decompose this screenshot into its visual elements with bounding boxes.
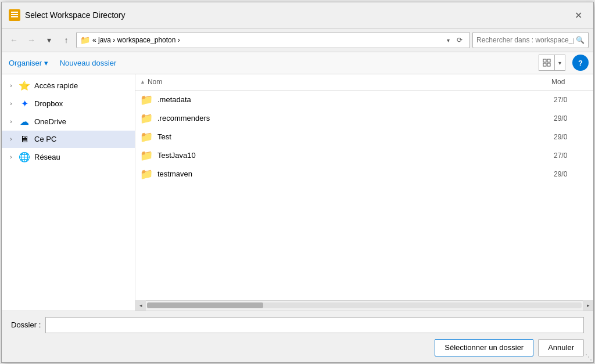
sort-arrow-up: ▲	[140, 79, 145, 85]
sidebar-item-ce-pc[interactable]: › 🖥 Ce PC	[2, 131, 135, 148]
svg-rect-5	[547, 59, 550, 62]
mod-col-label: Mod	[551, 78, 565, 86]
search-icon[interactable]: 🔍	[576, 36, 585, 44]
file-name: TestJava10	[157, 151, 549, 160]
search-bar[interactable]: 🔍	[472, 32, 589, 48]
main-content: › ⭐ Accès rapide › ✦ Dropbox › ☁ OneDriv…	[2, 74, 593, 311]
chevron-icon: ›	[8, 100, 15, 107]
folder-icon: 📁	[140, 168, 153, 181]
modified-column-header[interactable]: Mod	[547, 75, 593, 88]
chevron-icon: ›	[8, 82, 15, 89]
dialog-title: Select Workspace Directory	[25, 10, 125, 20]
view-button[interactable]	[539, 55, 555, 71]
file-item-recommenders[interactable]: 📁 .recommenders 29/0	[135, 109, 593, 128]
svg-rect-6	[543, 63, 546, 66]
folder-input-row: Dossier :	[11, 317, 584, 333]
scroll-thumb[interactable]	[147, 302, 263, 308]
dropdown-recent-icon: ▾	[47, 35, 51, 45]
scroll-track	[147, 302, 582, 308]
file-date: 29/0	[554, 114, 589, 122]
sidebar-item-label: Réseau	[34, 153, 60, 161]
file-date: 27/0	[554, 96, 589, 104]
back-button[interactable]: ←	[6, 33, 21, 48]
svg-rect-3	[11, 12, 18, 13]
path-refresh-button[interactable]: ⟳	[453, 34, 466, 46]
sidebar-item-reseau[interactable]: › 🌐 Réseau	[2, 148, 135, 166]
sidebar-item-acces-rapide[interactable]: › ⭐ Accès rapide	[2, 77, 135, 95]
onedrive-icon: ☁	[18, 116, 31, 127]
cancel-button[interactable]: Annuler	[538, 339, 584, 356]
folder-icon: 📁	[140, 149, 153, 162]
file-item-test[interactable]: 📁 Test 29/0	[135, 128, 593, 146]
file-date: 29/0	[554, 133, 589, 141]
path-folder-icon: 📁	[80, 35, 90, 45]
horizontal-scrollbar[interactable]: ◂ ▸	[135, 300, 593, 311]
select-folder-button[interactable]: Sélectionner un dossier	[435, 339, 533, 356]
resize-grip[interactable]: ⋱	[585, 353, 592, 361]
svg-rect-1	[11, 14, 18, 15]
ce-pc-icon: 🖥	[18, 134, 31, 145]
sidebar-item-label: Accès rapide	[34, 81, 78, 90]
title-bar: Select Workspace Directory ✕	[2, 2, 593, 29]
file-name: .metadata	[157, 95, 549, 104]
scroll-right-button[interactable]: ▸	[583, 300, 593, 311]
sidebar: › ⭐ Accès rapide › ✦ Dropbox › ☁ OneDriv…	[2, 74, 135, 311]
folder-label: Dossier :	[11, 320, 41, 329]
file-name: .recommenders	[157, 114, 549, 122]
folder-input[interactable]	[45, 317, 584, 333]
nouveau-dossier-button[interactable]: Nouveau dossier	[58, 57, 119, 69]
dropbox-icon: ✦	[18, 98, 31, 109]
nav-bar: ← → ▾ ↑ 📁 « java › workspace_photon › ▾ …	[2, 29, 593, 52]
reseau-icon: 🌐	[18, 152, 31, 163]
up-button[interactable]: ↑	[59, 33, 74, 48]
chevron-icon: ›	[8, 154, 15, 160]
svg-rect-2	[11, 16, 18, 17]
organiser-button[interactable]: Organiser ▾	[6, 57, 51, 69]
sidebar-item-onedrive[interactable]: › ☁ OneDrive	[2, 113, 135, 131]
svg-rect-4	[543, 59, 546, 62]
forward-button[interactable]: →	[24, 33, 39, 48]
sidebar-item-label: Dropbox	[34, 99, 63, 108]
button-row: Sélectionner un dossier Annuler	[11, 339, 584, 356]
sidebar-item-dropbox[interactable]: › ✦ Dropbox	[2, 95, 135, 113]
file-date: 29/0	[554, 170, 589, 178]
sort-header: ▲ Nom Mod	[135, 74, 593, 91]
file-list: 📁 .metadata 27/0 📁 .recommenders 29/0 📁 …	[135, 91, 593, 300]
folder-icon: 📁	[140, 112, 153, 125]
chevron-icon: ›	[8, 118, 15, 125]
path-bar[interactable]: 📁 « java › workspace_photon › ▾ ⟳	[76, 32, 470, 48]
file-name: testmaven	[157, 170, 549, 178]
file-name: Test	[157, 132, 549, 141]
acces-rapide-icon: ⭐	[18, 80, 31, 91]
help-button[interactable]: ?	[572, 55, 589, 71]
bottom-section: Dossier : Sélectionner un dossier Annule…	[2, 311, 593, 362]
file-item-testjava10[interactable]: 📁 TestJava10 27/0	[135, 146, 593, 165]
dropdown-recent-button[interactable]: ▾	[41, 33, 56, 48]
scroll-left-button[interactable]: ◂	[135, 300, 146, 311]
sidebar-item-label: OneDrive	[34, 117, 66, 126]
path-text: « java › workspace_photon ›	[92, 36, 443, 44]
file-area: ▲ Nom Mod 📁 .metadata 27/0 📁 .recommende…	[135, 74, 593, 311]
file-item-metadata[interactable]: 📁 .metadata 27/0	[135, 91, 593, 109]
sidebar-item-label: Ce PC	[34, 135, 56, 143]
name-col-label: Nom	[148, 78, 162, 86]
view-dropdown-button[interactable]: ▾	[555, 55, 565, 71]
file-date: 27/0	[554, 152, 589, 160]
app-icon	[9, 9, 20, 21]
chevron-icon: ›	[8, 136, 15, 142]
close-button[interactable]: ✕	[570, 7, 586, 23]
folder-icon: 📁	[140, 131, 153, 143]
svg-rect-7	[547, 63, 550, 66]
path-dropdown-button[interactable]: ▾	[446, 37, 451, 44]
toolbar: Organiser ▾ Nouveau dossier ▾ ?	[2, 52, 593, 74]
name-column-header[interactable]: ▲ Nom	[135, 75, 547, 88]
folder-icon: 📁	[140, 93, 153, 106]
file-item-testmaven[interactable]: 📁 testmaven 29/0	[135, 165, 593, 183]
search-input[interactable]	[476, 36, 574, 44]
